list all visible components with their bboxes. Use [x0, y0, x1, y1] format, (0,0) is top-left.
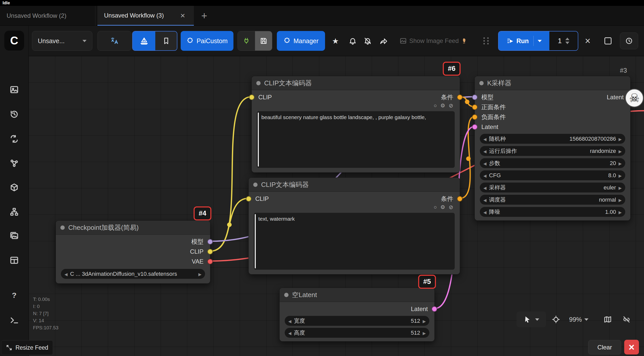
node-ksampler[interactable]: K采样器 模型 Latent 正面条件 负面条件 Latent [474, 76, 631, 221]
node-clip-text-encode-positive[interactable]: CLIP文本编码器 CLIP 条件 beautiful scenery natu… [251, 76, 460, 173]
latent-input-dot[interactable] [472, 124, 478, 130]
collapse-dot[interactable] [479, 81, 484, 85]
denoise-widget[interactable]: 降噪 1.00 [480, 207, 625, 217]
reroute-dot[interactable] [466, 156, 471, 161]
cancel-run-button[interactable] [582, 35, 594, 47]
right-arrow-icon[interactable] [619, 209, 622, 215]
seed-widget[interactable]: 随机种 156680208700286 [480, 134, 625, 144]
queue-history-button[interactable] [620, 33, 638, 49]
sidebar-item-queue[interactable] [7, 132, 21, 146]
increment-icon[interactable] [565, 38, 569, 40]
vae-output-dot[interactable] [207, 259, 213, 264]
ckpt-name-widget[interactable]: C ... 3dAnimationDiffusion_v10.safetenso… [61, 269, 205, 279]
steps-widget[interactable]: 步数 20 [480, 158, 625, 168]
decrement-icon[interactable] [565, 42, 569, 44]
left-arrow-icon[interactable] [64, 271, 67, 277]
conditioning-output-dot[interactable] [457, 196, 463, 202]
tab-unsaved-workflow-2[interactable]: Unsaved Workflow (2) [0, 6, 95, 26]
left-arrow-icon[interactable] [288, 318, 291, 324]
save-button[interactable] [255, 31, 272, 51]
conditioning-output-dot[interactable] [457, 94, 463, 100]
node-clip-text-encode-negative[interactable]: CLIP文本编码器 CLIP 条件 text, watermark [248, 177, 460, 274]
sidebar-item-terminal[interactable] [7, 313, 21, 327]
latent-output-dot[interactable] [432, 306, 437, 312]
model-output-dot[interactable] [207, 239, 213, 245]
toggle-links-button[interactable] [622, 312, 631, 327]
clear-button[interactable]: Clear [588, 340, 621, 354]
sidebar-item-history[interactable] [7, 107, 21, 121]
collapse-dot[interactable] [253, 183, 258, 187]
left-arrow-icon[interactable] [483, 197, 486, 203]
negative-input-dot[interactable] [472, 114, 478, 120]
skull-badge[interactable] [625, 89, 644, 107]
batch-count-stepper[interactable]: 1 [549, 31, 578, 50]
width-widget[interactable]: 宽度 512 [285, 316, 429, 326]
workflow-name-dropdown[interactable]: Unsave... [32, 31, 92, 51]
left-arrow-icon[interactable] [483, 172, 486, 179]
sampler-widget[interactable]: 采样器 euler [480, 183, 625, 192]
resize-feed-button[interactable]: Resize Feed [1, 340, 53, 355]
left-arrow-icon[interactable] [483, 148, 486, 154]
sidebar-item-help[interactable]: ? [7, 288, 21, 302]
collapse-dot[interactable] [256, 81, 261, 85]
positive-input-dot[interactable] [472, 104, 478, 110]
close-feed-button[interactable] [624, 340, 639, 354]
paicustom-button[interactable]: PaiCustom [181, 31, 233, 51]
clip-input-dot[interactable] [246, 196, 251, 202]
prompt-textarea[interactable]: beautiful scenery nature glass bottle la… [257, 111, 455, 168]
left-arrow-icon[interactable] [483, 136, 486, 142]
gear-icon[interactable] [440, 204, 445, 210]
collapse-dot[interactable] [284, 293, 289, 297]
clip-input-dot[interactable] [249, 94, 255, 100]
translate-button[interactable] [97, 31, 131, 51]
node-header[interactable]: CLIP文本编码器 [252, 76, 460, 90]
node-header[interactable]: K采样器 [475, 76, 630, 90]
comfy-canvas-button[interactable] [133, 31, 155, 50]
show-image-feed-button[interactable]: Show Image Feed [400, 31, 468, 51]
toolbar-drag-handle[interactable] [482, 37, 490, 45]
fit-view-button[interactable] [552, 312, 560, 327]
manager-button[interactable]: Manager [277, 31, 325, 51]
left-arrow-icon[interactable] [483, 184, 486, 191]
right-arrow-icon[interactable] [423, 330, 426, 336]
panel-toggle-button[interactable] [602, 35, 614, 47]
reroute-dot[interactable] [227, 222, 232, 227]
node-graph-canvas[interactable]: CLIP文本编码器 CLIP 条件 beautiful scenery natu… [29, 56, 644, 356]
node-header[interactable]: CLIP文本编码器 [249, 178, 460, 192]
close-tab-icon[interactable] [178, 11, 187, 20]
prompt-textarea[interactable]: text, watermark [254, 213, 455, 270]
right-arrow-icon[interactable] [423, 318, 426, 324]
eye-off-icon[interactable] [449, 103, 453, 109]
clip-output-dot[interactable] [207, 249, 213, 254]
collapse-dot[interactable] [60, 225, 65, 230]
control-after-generate-widget[interactable]: 运行后操作 randomize [480, 146, 625, 156]
stepper-arrows[interactable] [565, 38, 569, 44]
right-arrow-icon[interactable] [619, 148, 622, 154]
left-arrow-icon[interactable] [483, 160, 486, 167]
reroute-dot[interactable] [465, 100, 469, 104]
sidebar-item-node-library[interactable] [7, 156, 21, 170]
run-options-chevron-icon[interactable] [538, 40, 542, 42]
bookmark-button[interactable] [155, 31, 177, 50]
sidebar-item-workflows[interactable] [7, 205, 21, 219]
right-arrow-icon[interactable] [619, 136, 622, 142]
height-widget[interactable]: 高度 512 [285, 328, 429, 338]
sidebar-item-queue-images[interactable] [7, 83, 21, 97]
node-header[interactable]: Checkpoint加载器(简易) [56, 221, 210, 235]
new-tab-button[interactable] [198, 10, 210, 22]
run-button[interactable]: Run [499, 31, 549, 50]
scheduler-widget[interactable]: 调度器 normal [480, 195, 625, 205]
node-checkpoint-loader[interactable]: Checkpoint加载器(简易) 模型 CLIP VAE C ... 3dAn… [56, 220, 210, 284]
tab-unsaved-workflow-3[interactable]: Unsaved Workflow (3) [97, 6, 194, 26]
pointer-mode-dropdown[interactable] [517, 312, 546, 327]
dot-toggle-icon[interactable] [434, 204, 437, 210]
left-arrow-icon[interactable] [483, 209, 486, 215]
node-empty-latent[interactable]: 空Latent Latent 宽度 512 高度 512 [279, 288, 435, 342]
dot-toggle-icon[interactable] [434, 103, 437, 109]
minimap-button[interactable] [604, 312, 612, 327]
zoom-dropdown[interactable]: 99% [569, 312, 588, 327]
right-arrow-icon[interactable] [619, 160, 622, 167]
sidebar-item-gallery[interactable] [7, 229, 21, 243]
cfg-widget[interactable]: CFG 8.0 [480, 170, 625, 180]
right-arrow-icon[interactable] [619, 197, 622, 203]
